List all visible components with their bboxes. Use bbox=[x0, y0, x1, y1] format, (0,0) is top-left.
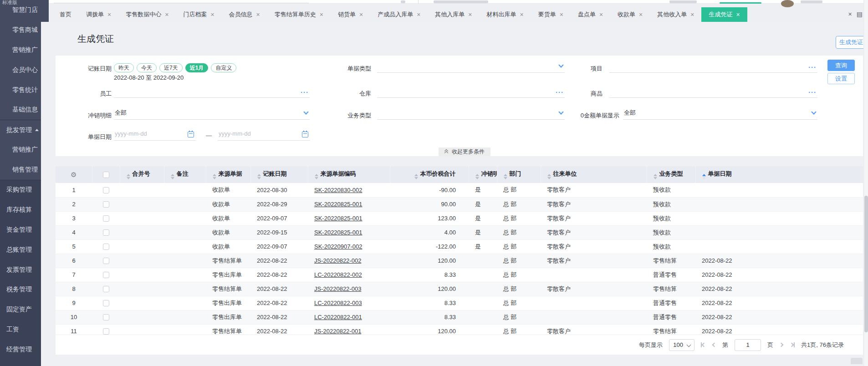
doc-type-select[interactable] bbox=[377, 61, 565, 73]
close-icon[interactable]: × bbox=[320, 11, 323, 18]
first-page-button[interactable] bbox=[701, 342, 705, 347]
date-quick-option[interactable]: 近1月 bbox=[185, 63, 209, 72]
column-header[interactable]: 记账日期 bbox=[250, 166, 308, 183]
sidebar-item[interactable]: 营销推广 bbox=[0, 140, 41, 160]
close-icon[interactable]: × bbox=[690, 11, 694, 18]
sidebar-item[interactable]: 基础信息 bbox=[0, 100, 41, 120]
select-all-checkbox[interactable] bbox=[103, 172, 109, 178]
calendar-icon[interactable] bbox=[188, 132, 194, 137]
sidebar-item[interactable]: 总账管理 bbox=[0, 240, 41, 260]
close-icon[interactable]: × bbox=[359, 11, 363, 18]
tab[interactable]: 调拨单 × bbox=[79, 7, 118, 22]
row-checkbox[interactable] bbox=[103, 229, 109, 236]
doc-code-link[interactable]: JS-20220822-001 bbox=[314, 328, 361, 335]
doc-code-link[interactable]: LC-20220822-003 bbox=[314, 300, 362, 306]
settings-button[interactable]: 设置 bbox=[827, 73, 855, 84]
doc-code-link[interactable]: LC-20220822-002 bbox=[314, 271, 362, 278]
column-header[interactable]: 单据日期 bbox=[695, 166, 863, 183]
prev-page-button[interactable] bbox=[713, 343, 716, 346]
doc-date-end-input[interactable] bbox=[218, 127, 310, 141]
ellipsis-icon[interactable]: ··· bbox=[301, 88, 309, 96]
doc-code-link[interactable]: LC-20220822-001 bbox=[314, 314, 362, 320]
sort-icon[interactable] bbox=[504, 174, 507, 179]
row-checkbox[interactable] bbox=[103, 215, 109, 222]
close-icon[interactable]: × bbox=[210, 11, 214, 18]
doc-code-link[interactable]: SK-20220825-001 bbox=[314, 201, 363, 208]
tab[interactable]: 生成凭证 × bbox=[701, 7, 747, 22]
doc-code-link[interactable]: SK-20220825-001 bbox=[314, 215, 363, 222]
tab[interactable]: 门店档案 × bbox=[176, 7, 221, 22]
tab[interactable]: 收款单 × bbox=[610, 7, 650, 22]
last-page-button[interactable] bbox=[790, 342, 795, 347]
warehouse-select[interactable]: ··· bbox=[377, 86, 565, 98]
next-page-button[interactable] bbox=[780, 343, 783, 346]
tab[interactable]: 要货单 × bbox=[531, 7, 571, 22]
row-checkbox[interactable] bbox=[103, 258, 109, 264]
sort-icon[interactable] bbox=[315, 174, 318, 179]
tab[interactable]: 其他入库单 × bbox=[428, 7, 479, 22]
column-header[interactable]: 本币价税合计 bbox=[390, 166, 469, 183]
sidebar-item[interactable]: 批发管理 bbox=[0, 120, 41, 140]
sidebar-item[interactable]: 采购管理 bbox=[0, 180, 41, 200]
close-icon[interactable]: × bbox=[520, 11, 524, 18]
sidebar-item[interactable]: 零售统计 bbox=[0, 80, 41, 100]
column-header[interactable]: 备注 bbox=[164, 166, 206, 183]
row-checkbox[interactable] bbox=[103, 201, 109, 208]
doc-date-start-input[interactable] bbox=[114, 127, 196, 141]
sort-icon[interactable] bbox=[547, 174, 551, 179]
sort-icon[interactable] bbox=[654, 174, 657, 179]
tab[interactable]: 其他收入单 × bbox=[650, 7, 701, 22]
collapse-more-filters-button[interactable]: 收起更多条件 bbox=[439, 147, 490, 156]
window-scrollbar[interactable] bbox=[863, 0, 868, 366]
sort-icon[interactable] bbox=[702, 174, 706, 179]
close-icon[interactable]: × bbox=[256, 11, 260, 18]
close-icon[interactable]: × bbox=[417, 11, 420, 18]
tab[interactable]: 销货单 × bbox=[331, 7, 370, 22]
sort-icon[interactable] bbox=[127, 174, 130, 179]
close-icon[interactable]: × bbox=[736, 11, 740, 18]
tab-panel-icon[interactable]: ▤ bbox=[857, 10, 863, 18]
avatar[interactable] bbox=[781, 0, 794, 7]
date-quick-option[interactable]: 近7天 bbox=[159, 63, 183, 72]
sidebar-item[interactable]: 销售管理 bbox=[0, 160, 41, 180]
tab[interactable]: 盘点单 × bbox=[571, 7, 610, 22]
generate-voucher-button[interactable]: 生成凭证 bbox=[836, 36, 867, 49]
close-icon[interactable]: × bbox=[560, 11, 563, 18]
tab[interactable]: 零售结算单历史 × bbox=[267, 7, 331, 22]
doc-code-link[interactable]: JS-20220822-003 bbox=[314, 285, 361, 292]
doc-code-link[interactable]: JS-20220822-002 bbox=[314, 257, 361, 264]
sidebar-item[interactable]: 库存核算 bbox=[0, 200, 41, 220]
project-select[interactable]: ··· bbox=[609, 61, 817, 73]
sidebar-item[interactable]: 营销推广 bbox=[0, 40, 41, 60]
column-header[interactable]: 部门 bbox=[497, 166, 541, 183]
writeoff-select[interactable]: 全部 bbox=[114, 107, 310, 120]
sidebar-item[interactable]: 发票管理 bbox=[0, 260, 41, 280]
sidebar-item[interactable]: 工资 bbox=[0, 320, 41, 340]
row-checkbox[interactable] bbox=[103, 300, 109, 306]
ellipsis-icon[interactable]: ··· bbox=[808, 88, 817, 96]
close-icon[interactable]: × bbox=[599, 11, 603, 18]
doc-code-link[interactable]: SK-20220907-002 bbox=[314, 243, 363, 250]
row-checkbox[interactable] bbox=[103, 328, 109, 335]
sidebar-item[interactable]: 固定资产 bbox=[0, 300, 41, 320]
column-header[interactable]: 来源单据 bbox=[206, 166, 250, 183]
date-quick-option[interactable]: 今天 bbox=[137, 63, 157, 72]
sort-icon[interactable] bbox=[414, 174, 418, 179]
sidebar-item[interactable]: 税务管理 bbox=[0, 280, 41, 300]
doc-code-link[interactable]: SK-20220830-002 bbox=[314, 187, 363, 193]
close-icon[interactable]: × bbox=[165, 11, 168, 18]
page-number-input[interactable] bbox=[735, 339, 761, 351]
scrollbar-thumb[interactable] bbox=[864, 196, 868, 332]
tab[interactable]: 产成品入库单 × bbox=[370, 7, 428, 22]
employee-select[interactable]: ··· bbox=[114, 86, 310, 98]
doc-code-link[interactable]: SK-20220825-001 bbox=[314, 229, 363, 236]
sidebar-item[interactable]: 零售商城 bbox=[0, 20, 41, 40]
page-size-select[interactable]: 100 bbox=[669, 339, 694, 351]
gear-icon[interactable]: ⚙ bbox=[71, 171, 77, 178]
calendar-icon[interactable] bbox=[302, 132, 308, 137]
column-header[interactable]: 合并号 bbox=[120, 166, 164, 183]
sort-icon[interactable] bbox=[475, 174, 479, 179]
column-header[interactable]: 业务类型 bbox=[647, 166, 695, 183]
close-icon[interactable]: × bbox=[639, 11, 643, 18]
date-quick-option[interactable]: 自定义 bbox=[211, 63, 236, 72]
